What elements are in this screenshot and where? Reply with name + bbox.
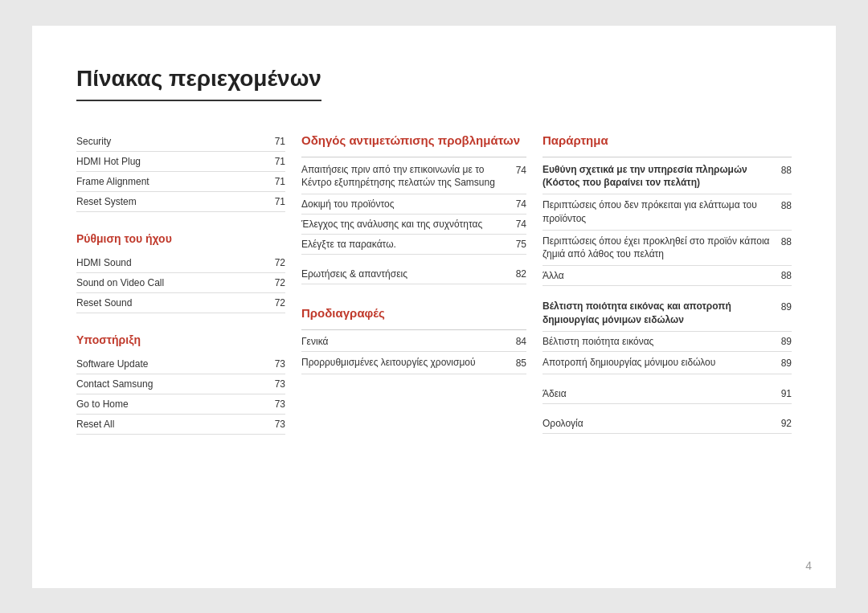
item-label: Contact Samsung — [76, 378, 275, 390]
item-label: Reset All — [76, 419, 275, 430]
item-label: Απαιτήσεις πριν από την επικοινωνία με τ… — [301, 163, 516, 190]
item-page: 84 — [516, 336, 526, 347]
list-item: Γενικά 84 — [301, 332, 526, 352]
item-page: 72 — [275, 257, 285, 268]
list-item: Software Update 73 — [76, 354, 285, 374]
item-label: Ευθύνη σχετικά με την υπηρεσία πληρωμών … — [542, 163, 781, 190]
list-item: Προρρυθμισμένες λειτουργίες χρονισμού 85 — [301, 352, 526, 374]
item-label: Go to Home — [76, 398, 275, 410]
item-page: 71 — [275, 136, 285, 147]
list-item: Ευθύνη σχετικά με την υπηρεσία πληρωμών … — [542, 159, 792, 195]
column-2: Οδηγός αντιμετώπισης προβλημάτων Απαιτήσ… — [301, 132, 542, 435]
support-heading: Υποστήριξη — [76, 333, 285, 346]
appendix-section: Παράρτημα Ευθύνη σχετικά με την υπηρεσία… — [542, 132, 792, 434]
support-section: Υποστήριξη Software Update 73 Contact Sa… — [76, 333, 285, 435]
item-page: 73 — [275, 419, 285, 430]
column-3: Παράρτημα Ευθύνη σχετικά με την υπηρεσία… — [542, 132, 792, 435]
item-page: 89 — [781, 356, 792, 369]
page-number: 4 — [805, 559, 812, 572]
item-label: Frame Alignment — [76, 176, 275, 187]
item-page: 73 — [275, 358, 285, 370]
list-item: Ελέγξτε τα παρακάτω. 75 — [301, 235, 526, 255]
item-label: Ορολογία — [542, 418, 781, 429]
list-item: Reset All 73 — [76, 415, 285, 435]
item-label: Software Update — [76, 358, 275, 370]
item-label: Περιπτώσεις όπου έχει προκληθεί στο προϊ… — [542, 235, 781, 262]
item-page: 82 — [516, 268, 526, 280]
list-item: Reset System 71 — [76, 192, 285, 212]
list-item: Περιπτώσεις όπου έχει προκληθεί στο προϊ… — [542, 231, 792, 267]
item-label: Sound on Video Call — [76, 277, 275, 288]
content-area: Security 71 HDMI Hot Plug 71 Frame Align… — [76, 132, 792, 435]
item-page: 88 — [781, 163, 792, 176]
sound-heading: Ρύθμιση του ήχου — [76, 232, 285, 245]
list-item: HDMI Sound 72 — [76, 253, 285, 273]
page-title: Πίνακας περιεχομένων — [76, 66, 321, 101]
item-page: 89 — [781, 300, 792, 313]
item-page: 73 — [275, 378, 285, 390]
item-page: 88 — [781, 270, 792, 281]
item-label: Βέλτιστη ποιότητα εικόνας — [542, 336, 781, 347]
item-page: 73 — [275, 398, 285, 410]
page-container: Πίνακας περιεχομένων Security 71 HDMI Ho… — [32, 26, 836, 588]
list-item: Ερωτήσεις & απαντήσεις 82 — [301, 264, 526, 284]
item-label: Security — [76, 136, 275, 147]
item-label: Βέλτιστη ποιότητα εικόνας και αποτροπή δ… — [542, 300, 781, 327]
item-label: Ελέγξτε τα παρακάτω. — [301, 239, 516, 250]
list-item: Reset Sound 72 — [76, 293, 285, 313]
item-page: 71 — [275, 196, 285, 207]
list-item: Security 71 — [76, 132, 285, 152]
list-item: Άδεια 91 — [542, 384, 792, 404]
item-label: Περιπτώσεις όπου δεν πρόκειται για ελάττ… — [542, 198, 781, 226]
top-section: Security 71 HDMI Hot Plug 71 Frame Align… — [76, 132, 285, 212]
list-item: HDMI Hot Plug 71 — [76, 152, 285, 172]
list-item: Αποτροπή δημιουργίας μόνιμου ειδώλου 89 — [542, 352, 792, 374]
list-item: Άλλα 88 — [542, 266, 792, 286]
appendix-heading: Παράρτημα — [542, 132, 792, 149]
list-item: Ορολογία 92 — [542, 414, 792, 434]
item-page: 88 — [781, 235, 792, 247]
item-label: Προρρυθμισμένες λειτουργίες χρονισμού — [301, 356, 516, 370]
item-label: Reset Sound — [76, 297, 275, 309]
item-page: 72 — [275, 277, 285, 288]
item-page: 91 — [781, 388, 792, 399]
list-item: Contact Samsung 73 — [76, 374, 285, 394]
list-item: Βέλτιστη ποιότητα εικόνας και αποτροπή δ… — [542, 296, 792, 332]
list-item: Απαιτήσεις πριν από την επικοινωνία με τ… — [301, 159, 526, 195]
item-page: 85 — [516, 356, 526, 369]
troubleshoot-heading: Οδηγός αντιμετώπισης προβλημάτων — [301, 132, 526, 149]
item-label: HDMI Sound — [76, 257, 275, 268]
item-label: Reset System — [76, 196, 275, 207]
item-page: 74 — [516, 219, 526, 230]
list-item: Δοκιμή του προϊόντος 74 — [301, 194, 526, 215]
item-label: Άδεια — [542, 388, 781, 399]
list-item: Περιπτώσεις όπου δεν πρόκειται για ελάττ… — [542, 194, 792, 231]
list-item: Frame Alignment 71 — [76, 172, 285, 192]
list-item: Sound on Video Call 72 — [76, 273, 285, 293]
item-page: 75 — [516, 239, 526, 250]
item-label: Γενικά — [301, 336, 516, 347]
item-page: 92 — [781, 418, 792, 429]
sound-section: Ρύθμιση του ήχου HDMI Sound 72 Sound on … — [76, 232, 285, 313]
list-item: Έλεγχος της ανάλυσης και της συχνότητας … — [301, 215, 526, 235]
item-label: Δοκιμή του προϊόντος — [301, 198, 516, 210]
item-page: 71 — [275, 176, 285, 187]
item-page: 89 — [781, 336, 792, 347]
item-label: Έλεγχος της ανάλυσης και της συχνότητας — [301, 219, 516, 230]
specs-heading: Προδιαγραφές — [301, 304, 526, 321]
item-page: 72 — [275, 297, 285, 309]
item-page: 71 — [275, 156, 285, 167]
item-label: Αποτροπή δημιουργίας μόνιμου ειδώλου — [542, 356, 781, 370]
item-page: 74 — [516, 198, 526, 210]
specs-section: Προδιαγραφές Γενικά 84 Προρρυθμισμένες λ… — [301, 304, 526, 374]
list-item: Go to Home 73 — [76, 394, 285, 415]
troubleshoot-section: Οδηγός αντιμετώπισης προβλημάτων Απαιτήσ… — [301, 132, 526, 285]
item-page: 74 — [516, 163, 526, 176]
item-label: Άλλα — [542, 270, 781, 281]
column-1: Security 71 HDMI Hot Plug 71 Frame Align… — [76, 132, 301, 435]
item-page: 88 — [781, 198, 792, 211]
item-label: Ερωτήσεις & απαντήσεις — [301, 268, 516, 280]
item-label: HDMI Hot Plug — [76, 156, 275, 167]
list-item: Βέλτιστη ποιότητα εικόνας 89 — [542, 332, 792, 352]
